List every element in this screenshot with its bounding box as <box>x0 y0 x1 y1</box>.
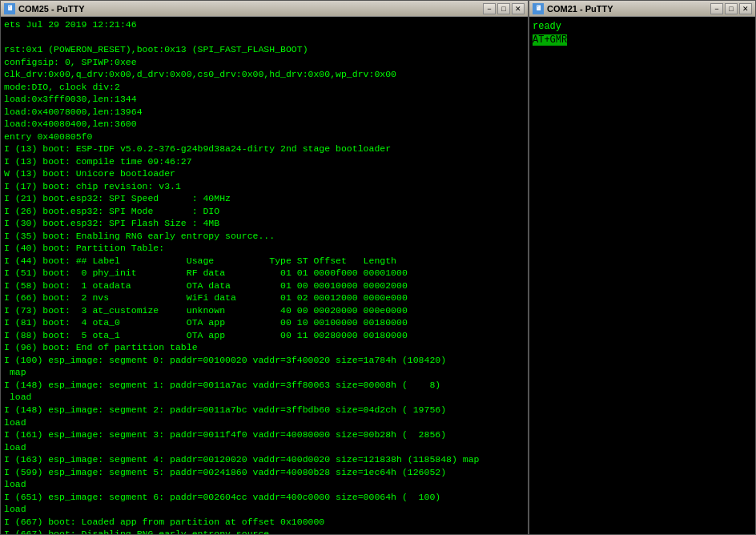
left-terminal-body[interactable]: ets Jul 29 2019 12:21:46 rst:0x1 (POWERO… <box>1 17 528 534</box>
left-maximize-button[interactable]: □ <box>497 3 510 14</box>
left-minimize-button[interactable]: − <box>483 3 496 14</box>
right-terminal-window: 🖥 COM21 - PuTTY − □ ✕ ready AT+GMR <box>529 0 756 535</box>
right-window-icon: 🖥 <box>533 3 544 14</box>
right-title-bar-buttons: − □ ✕ <box>710 3 752 14</box>
left-window-icon: 🖥 <box>4 3 15 14</box>
left-title-bar: 🖥 COM25 - PuTTY − □ ✕ <box>1 1 528 17</box>
left-close-button[interactable]: ✕ <box>512 3 525 14</box>
at-gmr-highlight: AT+GMR <box>533 34 567 46</box>
right-minimize-button[interactable]: − <box>710 3 723 14</box>
right-terminal-body[interactable]: ready AT+GMR <box>529 17 755 534</box>
left-title-bar-buttons: − □ ✕ <box>483 3 525 14</box>
right-title-bar: 🖥 COM21 - PuTTY − □ ✕ <box>529 1 755 17</box>
right-window-title: COM21 - PuTTY <box>547 4 613 14</box>
left-title-bar-left: 🖥 COM25 - PuTTY <box>4 3 85 14</box>
right-maximize-button[interactable]: □ <box>725 3 738 14</box>
left-terminal-window: 🖥 COM25 - PuTTY − □ ✕ ets Jul 29 2019 12… <box>0 0 529 535</box>
right-title-bar-left: 🖥 COM21 - PuTTY <box>533 3 613 14</box>
right-close-button[interactable]: ✕ <box>739 3 752 14</box>
left-window-title: COM25 - PuTTY <box>18 4 85 14</box>
